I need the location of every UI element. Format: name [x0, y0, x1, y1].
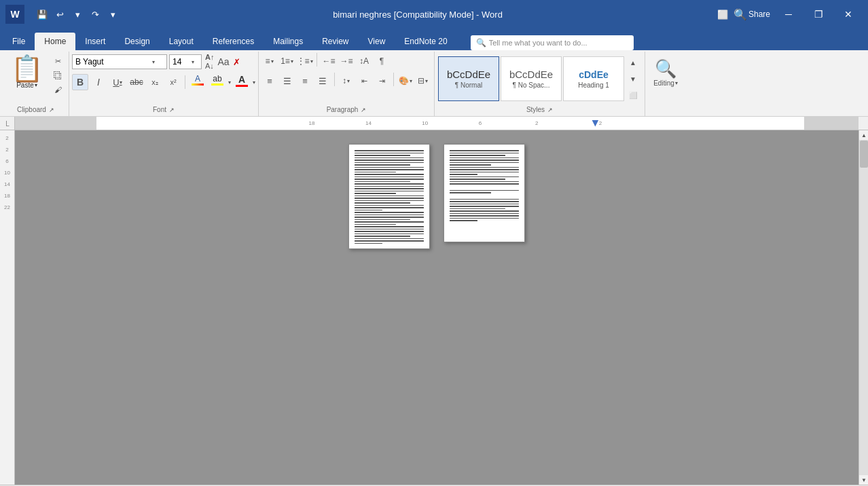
scroll-up-button[interactable]: ▲ — [859, 130, 868, 140]
styles-scroll-up[interactable]: ▲ — [628, 55, 638, 70]
scroll-down-button[interactable]: ▼ — [859, 475, 868, 485]
italic-button[interactable]: I — [90, 74, 107, 90]
clipboard-label: Clipboard ↗ — [5, 105, 66, 115]
search-ribbon-button[interactable]: 🔍 — [732, 6, 748, 22]
paragraph-expand-icon[interactable]: ↗ — [361, 107, 366, 113]
line — [355, 181, 410, 183]
format-painter-button[interactable]: 🖌 — [50, 83, 66, 96]
title-bar-controls: ⬜ 🔍 Share ─ ❐ ✕ — [715, 5, 863, 24]
styles-more[interactable]: ⬜ — [628, 88, 638, 102]
line — [355, 202, 410, 204]
font-color-button[interactable]: A — [233, 74, 251, 90]
sort-button[interactable]: ↕A — [356, 53, 372, 69]
superscript-button[interactable]: x² — [165, 74, 181, 90]
scroll-thumb[interactable] — [860, 141, 868, 168]
borders-button[interactable]: ⊟▾ — [415, 73, 431, 89]
editing-button[interactable]: 🔍 Editing ▾ — [649, 56, 683, 90]
text-effects-button[interactable]: A — [189, 74, 206, 90]
undo-button[interactable]: ↩ — [52, 6, 68, 22]
tab-design[interactable]: Design — [115, 33, 159, 50]
clear-formatting-button[interactable]: ✗ — [233, 57, 240, 67]
multilevel-list-button[interactable]: ⋮≡▾ — [297, 53, 313, 69]
show-formatting-button[interactable]: ¶ — [374, 53, 390, 69]
strikethrough-button[interactable]: abc — [128, 74, 145, 90]
font-grow-button[interactable]: A↑ — [205, 53, 214, 62]
font-shrink-button[interactable]: A↓ — [205, 62, 214, 71]
tab-review[interactable]: Review — [312, 33, 358, 50]
align-center-button[interactable]: ☰ — [279, 73, 295, 89]
ruler-tab-stop[interactable] — [592, 120, 598, 127]
line — [355, 193, 396, 194]
font-name-input[interactable] — [73, 57, 151, 67]
tab-file[interactable]: File — [3, 33, 35, 50]
line — [355, 231, 424, 232]
minimize-button[interactable]: ─ — [774, 5, 803, 24]
change-case-button[interactable]: Aa — [217, 56, 229, 67]
font-size-dropdown[interactable]: ▾ — [192, 59, 194, 65]
shading-button[interactable]: 🎨▾ — [397, 73, 414, 89]
close-button[interactable]: ✕ — [834, 5, 863, 24]
highlight-button[interactable]: ab — [209, 74, 226, 90]
restore-ribbon-button[interactable]: ⬜ — [715, 6, 731, 22]
tab-layout[interactable]: Layout — [160, 33, 203, 50]
highlight-bar — [211, 83, 223, 86]
ltr-button[interactable]: ⇤ — [356, 73, 372, 89]
line — [355, 217, 424, 218]
style-heading1[interactable]: cDdEe Heading 1 — [563, 56, 624, 101]
styles-scroll-down[interactable]: ▼ — [628, 71, 638, 86]
save-button[interactable]: 💾 — [34, 6, 50, 22]
line-spacing-button[interactable]: ↕▾ — [338, 73, 355, 89]
ruler-toggle[interactable]: L — [0, 117, 15, 130]
search-ribbon-placeholder[interactable]: Tell me what you want to do... — [489, 39, 587, 47]
subscript-button[interactable]: x₂ — [147, 74, 163, 90]
cut-button[interactable]: ✂ — [50, 54, 66, 68]
line — [355, 176, 424, 178]
line — [450, 183, 519, 185]
paste-button[interactable]: 📋 Paste ▾ — [5, 53, 48, 92]
numbering-button[interactable]: 1≡▾ — [279, 53, 295, 69]
paste-dropdown-arrow[interactable]: ▾ — [35, 82, 37, 88]
align-right-button[interactable]: ≡ — [297, 73, 313, 89]
font-size-input[interactable] — [170, 57, 192, 67]
styles-expand-icon[interactable]: ↗ — [547, 107, 553, 113]
quick-access-more[interactable]: ▾ — [105, 6, 121, 22]
editing-content: 🔍 Editing ▾ — [648, 53, 683, 112]
justify-button[interactable]: ☰ — [314, 73, 331, 89]
underline-button[interactable]: U▾ — [109, 74, 126, 90]
line — [355, 150, 424, 151]
tab-insert[interactable]: Insert — [75, 33, 115, 50]
line — [450, 181, 519, 183]
redo-button[interactable]: ↷ — [87, 6, 103, 22]
line — [450, 218, 519, 219]
editing-dropdown[interactable]: ▾ — [675, 80, 678, 86]
increase-indent-button[interactable]: →≡ — [338, 53, 355, 69]
style-no-spacing[interactable]: bCcDdEe ¶ No Spac... — [501, 56, 562, 101]
font-name-dropdown[interactable]: ▾ — [151, 59, 156, 65]
tab-view[interactable]: View — [359, 33, 395, 50]
tab-references[interactable]: References — [203, 33, 264, 50]
ruler-margin-left — [15, 117, 96, 130]
style-normal[interactable]: bCcDdEe ¶ Normal — [438, 56, 499, 101]
maximize-button[interactable]: ❐ — [804, 5, 833, 24]
styles-content: bCcDdEe ¶ Normal bCcDdEe ¶ No Spac... cD… — [437, 53, 642, 105]
para-separator1 — [317, 53, 317, 67]
align-left-button[interactable]: ≡ — [261, 73, 278, 89]
scroll-track[interactable] — [859, 140, 868, 475]
tab-home[interactable]: Home — [35, 33, 75, 50]
highlight-dropdown[interactable]: ▾ — [228, 79, 231, 86]
share-button[interactable]: Share — [751, 6, 767, 22]
copy-button[interactable]: ⿻ — [50, 69, 66, 82]
align-buttons-row: ≡ ☰ ≡ ☰ ↕▾ ⇤ ⇥ 🎨▾ ⊟▾ — [261, 73, 431, 89]
undo-arrow[interactable]: ▾ — [69, 6, 86, 22]
tab-endnote[interactable]: EndNote 20 — [395, 33, 456, 50]
font-color-dropdown[interactable]: ▾ — [253, 79, 255, 86]
line — [450, 155, 505, 156]
bullets-button[interactable]: ≡▾ — [261, 53, 278, 69]
decrease-indent-button[interactable]: ←≡ — [321, 53, 337, 69]
line — [450, 160, 519, 161]
rtl-button[interactable]: ⇥ — [374, 73, 390, 89]
font-expand-icon[interactable]: ↗ — [169, 107, 175, 113]
tab-mailings[interactable]: Mailings — [264, 33, 312, 50]
clipboard-expand-icon[interactable]: ↗ — [49, 107, 54, 113]
bold-button[interactable]: B — [72, 74, 88, 90]
